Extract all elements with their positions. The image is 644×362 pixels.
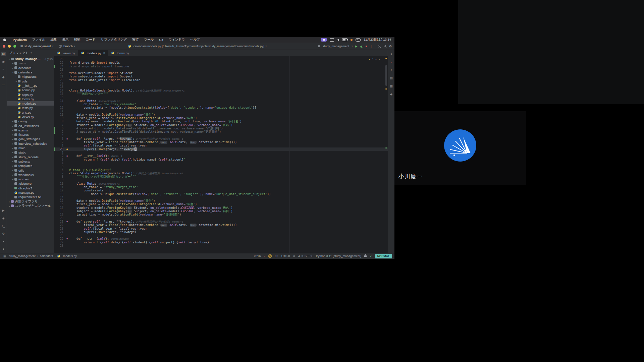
next-problem-icon[interactable]: ▼	[378, 58, 380, 60]
more-run-actions-button[interactable]: ⋮	[370, 45, 373, 48]
prev-problem-icon[interactable]: ▲	[375, 58, 377, 60]
battery-icon[interactable]	[342, 38, 347, 41]
settings-gear-icon[interactable]: ⚙	[389, 45, 392, 48]
globe-icon[interactable]: ⊕	[293, 255, 295, 258]
code-line[interactable]: 7 student = models.ForeignKey(to: Studen…	[54, 123, 388, 127]
bookmarks-tool-icon[interactable]: ◆	[1, 75, 6, 79]
camera-status-icon[interactable]	[330, 38, 334, 42]
tree-item-goal_strategies[interactable]: ▸goal_strategies	[7, 137, 54, 141]
menubar-clock[interactable]: 11月23日(土) 13:34	[364, 38, 391, 42]
menu-item[interactable]: 移動	[71, 38, 83, 42]
commit-tool-icon[interactable]: ◉	[1, 59, 6, 64]
problems-indicator-icon[interactable]: ▪	[264, 255, 265, 258]
volume-icon[interactable]	[337, 39, 339, 41]
minimize-window-button[interactable]	[8, 45, 11, 48]
tab-forms.py[interactable]: forms.py	[108, 50, 132, 56]
breadcrumb-item[interactable]: study_management	[9, 254, 36, 258]
toolwindow-corner-icon[interactable]: ▦	[2, 254, 7, 258]
vcs-log-tool-icon[interactable]: ●	[1, 247, 6, 251]
problems-tool-icon[interactable]: ▲	[1, 239, 6, 244]
code-line[interactable]: 24from django.utils import timezone	[54, 65, 388, 68]
tab-models.py[interactable]: models.py×	[78, 50, 108, 56]
services-tool-icon[interactable]: ⊙	[1, 231, 6, 236]
close-tab-icon[interactable]: ×	[103, 51, 105, 55]
tree-item-calendars[interactable]: ▾calendars	[7, 70, 54, 74]
code-line[interactable]: 9	[54, 178, 388, 182]
video-tile-speaker[interactable]: 小川慶一	[394, 111, 526, 185]
code-line[interactable]: 19 target_time = models.DurationField(ve…	[54, 213, 388, 216]
tree-item-accounts[interactable]: ▸accounts	[7, 66, 54, 70]
code-line[interactable]: 27 return f'{self.date} {self.student} {…	[54, 241, 388, 244]
code-line[interactable]: 17 student = models.ForeignKey(to: Stude…	[54, 206, 388, 209]
inspection-widget[interactable]: ▲ 1 ▲ ▼	[369, 58, 380, 61]
tree-item-apps.py[interactable]: apps.py	[7, 92, 54, 97]
project-widget[interactable]: ▦ study_management ▾	[19, 44, 55, 49]
tree-item-utils[interactable]: ▸utils	[7, 79, 54, 83]
indent-setting[interactable]: 4 スペース	[298, 254, 313, 258]
menu-item[interactable]: 編集	[48, 38, 60, 42]
tree-item-workbooks[interactable]: ▸workbooks	[7, 173, 54, 177]
video-tile-camera-off[interactable]	[458, 0, 644, 104]
code-line[interactable]: 11	[54, 109, 388, 113]
code-line[interactable]: 14	[54, 196, 388, 199]
tree-item-worries[interactable]: ▸worries	[7, 177, 54, 181]
tree-item-urls.py[interactable]: urls.py	[7, 110, 54, 115]
editor-scrollbar[interactable]	[385, 56, 387, 253]
documentation-tool-icon[interactable]: ▦	[389, 84, 394, 88]
tree-item-config[interactable]: ▸config	[7, 119, 54, 123]
database-tool-icon[interactable]: ▤	[389, 76, 394, 80]
code-line[interactable]: 28	[54, 244, 388, 247]
search-icon[interactable]	[383, 45, 387, 48]
tree-item-外部ライブラリ[interactable]: ▸外部ライブラリ	[7, 199, 54, 204]
menu-item[interactable]: ヘルプ	[187, 38, 203, 42]
tree-item-manage.py[interactable]: manage.py	[7, 190, 54, 195]
line-ending[interactable]: LF	[275, 254, 278, 258]
code-line[interactable]: 24 super().save(*args, **kwargs)	[54, 230, 388, 234]
tab-views.py[interactable]: views.py	[54, 50, 78, 56]
tree-item-utils[interactable]: ▸utils	[7, 168, 54, 172]
menu-item[interactable]: ウィンドウ	[166, 38, 187, 42]
tree-item-exams[interactable]: ▸exams	[7, 128, 54, 132]
code-line[interactable]: 23	[54, 68, 388, 71]
code-line[interactable]: 5	[54, 165, 388, 168]
tree-item-.venv[interactable]: ▸.venv	[7, 61, 54, 65]
breadcrumb-item[interactable]: models.py	[63, 254, 77, 258]
terminal-tool-icon[interactable]: >_	[1, 224, 6, 228]
code-line[interactable]: 19	[54, 82, 388, 85]
stop-button[interactable]: ■	[365, 45, 367, 48]
gradle-tool-icon[interactable]: ◆	[389, 92, 394, 97]
tree-item-.gitignore[interactable]: .gitignore	[7, 181, 54, 186]
tree-item-interview_schedules[interactable]: ▸interview_schedules	[7, 141, 54, 146]
zoom-window-button[interactable]	[13, 45, 16, 48]
code-line[interactable]: 25	[54, 234, 388, 237]
tree-item-tests.py[interactable]: tests.py	[7, 106, 54, 110]
control-center-icon[interactable]	[356, 38, 361, 42]
code-line[interactable]: 13 db_table = "holiday_calendar"	[54, 103, 388, 106]
menu-item[interactable]: ファイル	[30, 38, 48, 42]
code-line[interactable]: 10 class Meta: ikuma-hiroyuki +1	[54, 182, 388, 185]
inspections-ok-icon[interactable]: ✓	[370, 255, 372, 258]
notifications-bell-icon[interactable]: ●	[389, 52, 394, 56]
error-stripe-warning-mark[interactable]	[385, 58, 387, 59]
error-stripe-warning-mark[interactable]	[385, 88, 387, 89]
code-line[interactable]: 12 constraints = [models.UniqueConstrain…	[54, 106, 388, 109]
debug-button[interactable]	[360, 45, 363, 48]
menu-item[interactable]: コード	[83, 38, 98, 42]
code-line[interactable]: 4	[54, 161, 388, 165]
tree-item-views.py[interactable]: views.py	[7, 115, 54, 119]
code-line[interactable]: 9 fiscal_year = models.PositiveSmallInte…	[54, 116, 388, 120]
file-encoding[interactable]: UTF-8	[281, 254, 290, 258]
code-line[interactable]: 2● def __str__(self): ikuma +1	[54, 154, 388, 158]
error-stripe-change-mark[interactable]	[385, 147, 387, 148]
code-line[interactable]: 10 date = models.DateField(verbose_name=…	[54, 113, 388, 116]
branch-widget[interactable]: branch ▾	[58, 44, 77, 49]
code-line[interactable]: 18	[54, 85, 388, 88]
tree-item-study_records[interactable]: ▸study_records	[7, 155, 54, 159]
run-button[interactable]: ▶	[355, 45, 358, 48]
code-line[interactable]: 26	[54, 58, 388, 61]
code-line[interactable]: 3 return f'{self.date} {self.holiday_nam…	[54, 158, 388, 161]
code-line[interactable]: 16 """休日カレンダー"""	[54, 92, 388, 96]
code-line[interactable]: 13 models.UniqueConstraint(fields=['date…	[54, 192, 388, 196]
menu-item[interactable]: 実行	[129, 38, 141, 42]
code-line[interactable]: 22 fiscal_year = FiscalYear(datetime.com…	[54, 223, 388, 227]
